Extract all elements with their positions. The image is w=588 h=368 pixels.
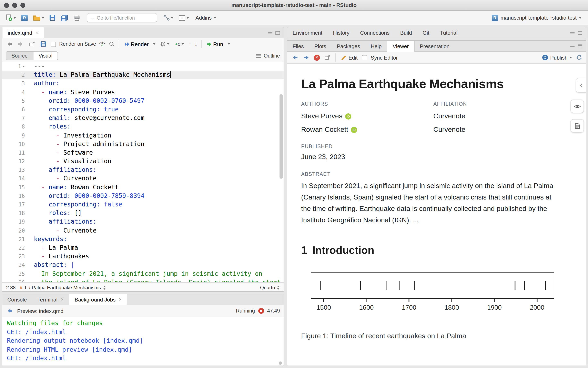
run-previous-icon[interactable]: ↑: [189, 41, 191, 47]
code-line-16[interactable]: 16 orcid: 0000-0002-7859-8394: [2, 192, 284, 200]
close-icon[interactable]: ×: [61, 297, 64, 302]
edit-button[interactable]: Edit: [340, 54, 359, 61]
code-editor[interactable]: 1---2title: La Palma Earthquake Mechanis…: [2, 62, 284, 282]
tab-viewer[interactable]: Viewer: [387, 41, 414, 52]
chevron-down-icon[interactable]: [153, 43, 156, 45]
minimize-pane-icon[interactable]: [570, 46, 575, 47]
zoom-window-button[interactable]: [20, 3, 25, 8]
orcid-icon[interactable]: iD: [351, 127, 357, 133]
publish-button[interactable]: Publish: [541, 54, 573, 61]
tab-environment[interactable]: Environment: [287, 27, 328, 38]
project-menu[interactable]: R manuscript-template-rstudio-test: [489, 14, 584, 22]
minimize-pane-icon[interactable]: [268, 32, 272, 33]
tab-build[interactable]: Build: [395, 27, 417, 38]
close-window-button[interactable]: [4, 3, 9, 8]
panes-layout-button[interactable]: [177, 14, 190, 21]
code-line-10[interactable]: 10 - Project administration: [2, 140, 284, 148]
code-line-17[interactable]: 17 corresponding: false: [2, 200, 284, 209]
code-line-13[interactable]: 13 affiliations:: [2, 166, 284, 175]
tab-connections[interactable]: Connections: [355, 27, 395, 38]
new-file-button[interactable]: [4, 13, 17, 22]
minimize-window-button[interactable]: [12, 3, 17, 8]
clear-viewer-icon[interactable]: ×: [314, 55, 320, 61]
forward-button[interactable]: [17, 41, 25, 47]
code-line-25[interactable]: 25 In September 2021, a significant jump…: [2, 269, 284, 278]
tab-history[interactable]: History: [328, 27, 355, 38]
goto-file-input[interactable]: [97, 15, 150, 21]
code-line-7[interactable]: 7 email: steve@curvenote.com: [2, 114, 284, 122]
symbol-selector[interactable]: # La Palma Earthquake Mechanisms: [20, 285, 106, 290]
code-line-20[interactable]: 20 - Curvenote: [2, 226, 284, 235]
close-icon[interactable]: ×: [119, 297, 122, 302]
code-line-24[interactable]: 24abstract: |: [2, 261, 284, 269]
popout-button[interactable]: [28, 41, 36, 47]
tab-index-qmd[interactable]: index.qmd ×: [2, 27, 44, 38]
viewer-back-button[interactable]: [291, 54, 299, 61]
save-button[interactable]: [48, 14, 57, 22]
render-button[interactable]: Render: [123, 40, 150, 48]
source-mode-button[interactable]: Source: [6, 51, 33, 60]
tab-git[interactable]: Git: [417, 27, 435, 38]
scrollbar-knob[interactable]: [279, 361, 282, 365]
code-line-6[interactable]: 6 corresponding: true: [2, 105, 284, 114]
annotation-note-button[interactable]: [570, 119, 584, 133]
back-button[interactable]: [6, 308, 14, 314]
print-button[interactable]: [72, 14, 82, 22]
tab-presentation[interactable]: Presentation: [414, 41, 455, 51]
sync-editor-checkbox[interactable]: [362, 55, 368, 60]
editor-scrollbar-thumb[interactable]: [279, 94, 283, 179]
code-line-15[interactable]: 15 - name: Rowan Cockett: [2, 183, 284, 192]
search-icon[interactable]: [109, 41, 114, 47]
code-line-5[interactable]: 5 orcid: 0000-0002-0760-5497: [2, 97, 284, 105]
addins-menu[interactable]: Addins: [193, 14, 219, 22]
goto-file-box[interactable]: →: [87, 13, 157, 22]
tab-packages[interactable]: Packages: [331, 41, 365, 51]
close-icon[interactable]: ×: [36, 30, 38, 36]
job-output[interactable]: Watching files for changesGET: /index.ht…: [2, 317, 284, 366]
new-project-button[interactable]: R: [20, 14, 29, 22]
tab-help[interactable]: Help: [365, 41, 387, 51]
back-button[interactable]: [6, 41, 13, 47]
insert-chunk-button[interactable]: +C: [174, 41, 185, 47]
minimize-pane-icon[interactable]: [570, 32, 575, 33]
code-line-1[interactable]: 1---: [2, 62, 284, 71]
code-line-19[interactable]: 19 affiliations:: [2, 218, 284, 226]
tab-tutorial[interactable]: Tutorial: [435, 27, 463, 38]
chevron-down-icon[interactable]: [228, 43, 230, 45]
version-control-button[interactable]: [162, 14, 175, 22]
fold-chevron-icon[interactable]: [22, 65, 25, 67]
code-line-21[interactable]: 21keywords:: [2, 235, 284, 244]
save-button[interactable]: [39, 40, 47, 48]
code-line-2[interactable]: 2title: La Palma Earthquake Mechanisms: [2, 71, 284, 79]
filetype-selector[interactable]: Quarto: [260, 285, 279, 290]
code-line-12[interactable]: 12 - Visualization: [2, 157, 284, 166]
stop-job-icon[interactable]: [258, 308, 264, 314]
sidebar-collapse-button[interactable]: ‹: [576, 78, 586, 93]
maximize-pane-icon[interactable]: [578, 31, 582, 35]
orcid-icon[interactable]: iD: [345, 113, 351, 119]
refresh-icon[interactable]: [576, 55, 582, 60]
tab-files[interactable]: Files: [287, 41, 309, 51]
render-on-save-checkbox[interactable]: [51, 41, 56, 47]
viewer-forward-button[interactable]: [302, 54, 311, 61]
visual-mode-button[interactable]: Visual: [33, 51, 58, 60]
code-line-8[interactable]: 8 roles:: [2, 123, 284, 131]
viewer-popout-button[interactable]: [323, 54, 331, 61]
code-line-26[interactable]: 26 the island of La Palma (Canary Island…: [2, 278, 284, 282]
tab-background-jobs[interactable]: Background Jobs×: [69, 294, 128, 305]
code-line-11[interactable]: 11 - Software: [2, 148, 284, 157]
code-line-18[interactable]: 18 roles: []: [2, 209, 284, 217]
maximize-pane-icon[interactable]: [578, 44, 582, 48]
code-line-22[interactable]: 22 - La Palma: [2, 244, 284, 252]
code-line-9[interactable]: 9 - Investigation: [2, 131, 284, 140]
outline-toggle[interactable]: Outline: [256, 53, 280, 59]
maximize-pane-icon[interactable]: [276, 31, 280, 35]
code-line-23[interactable]: 23 - Earthquakes: [2, 252, 284, 261]
code-line-3[interactable]: 3author:: [2, 79, 284, 88]
code-line-14[interactable]: 14 - Curvenote: [2, 175, 284, 183]
run-next-icon[interactable]: ↓: [195, 41, 197, 47]
spellcheck-icon[interactable]: ABC✓: [99, 41, 105, 47]
open-file-button[interactable]: [32, 14, 45, 21]
code-line-4[interactable]: 4 - name: Steve Purves: [2, 88, 284, 96]
annotation-show-button[interactable]: [570, 100, 584, 113]
